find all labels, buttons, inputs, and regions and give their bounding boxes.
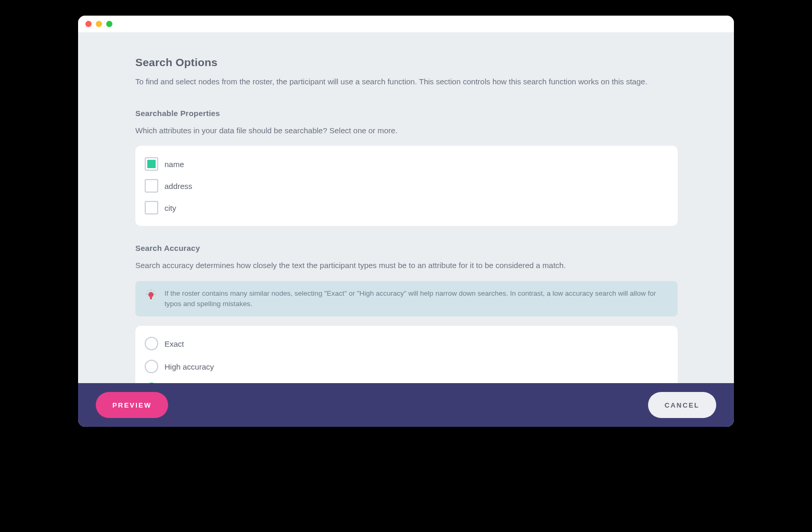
checkbox-icon	[145, 157, 158, 171]
checkbox-label: address	[164, 182, 192, 191]
checkbox-icon	[145, 201, 158, 214]
footer-bar: PREVIEW CANCEL	[78, 383, 734, 427]
search-accuracy-card: Exact High accuracy Medium accuracy Low …	[135, 326, 678, 383]
cancel-button[interactable]: CANCEL	[648, 392, 716, 418]
checkbox-label: name	[164, 160, 184, 169]
page-title: Search Options	[135, 56, 678, 69]
window-titlebar	[78, 16, 734, 32]
svg-line-4	[154, 290, 154, 291]
tip-callout: If the roster contains many similar node…	[135, 281, 678, 317]
page-description: To find and select nodes from the roster…	[135, 76, 678, 88]
searchable-properties-description: Which attributes in your data file shoul…	[135, 125, 678, 137]
preview-button[interactable]: PREVIEW	[96, 392, 168, 418]
app-window: Search Options To find and select nodes …	[78, 16, 734, 427]
radio-label: High accuracy	[164, 362, 214, 371]
settings-panel: Search Options To find and select nodes …	[104, 32, 708, 383]
window-close-icon[interactable]	[85, 21, 92, 27]
svg-rect-6	[150, 297, 152, 299]
radio-label: Exact	[164, 339, 184, 348]
window-zoom-icon[interactable]	[106, 21, 112, 27]
checkbox-icon	[145, 179, 158, 193]
checkbox-row-city[interactable]: city	[145, 197, 668, 219]
radio-row-medium[interactable]: Medium accuracy	[145, 378, 668, 383]
checkbox-row-name[interactable]: name	[145, 153, 668, 175]
searchable-properties-title: Searchable Properties	[135, 109, 678, 118]
search-accuracy-description: Search accuracy determines how closely t…	[135, 260, 678, 272]
radio-icon	[145, 337, 158, 350]
checkbox-row-address[interactable]: address	[145, 175, 668, 197]
content-area: Search Options To find and select nodes …	[78, 32, 734, 383]
svg-point-5	[148, 292, 154, 297]
svg-line-3	[147, 290, 148, 291]
radio-icon	[145, 360, 158, 373]
lightbulb-icon	[145, 289, 157, 301]
searchable-properties-card: name address city	[135, 146, 678, 226]
search-accuracy-title: Search Accuracy	[135, 244, 678, 252]
window-minimize-icon[interactable]	[96, 21, 102, 27]
radio-row-exact[interactable]: Exact	[145, 332, 668, 355]
checkbox-label: city	[164, 204, 176, 212]
radio-row-high[interactable]: High accuracy	[145, 355, 668, 378]
tip-text: If the roster contains many similar node…	[164, 288, 668, 310]
